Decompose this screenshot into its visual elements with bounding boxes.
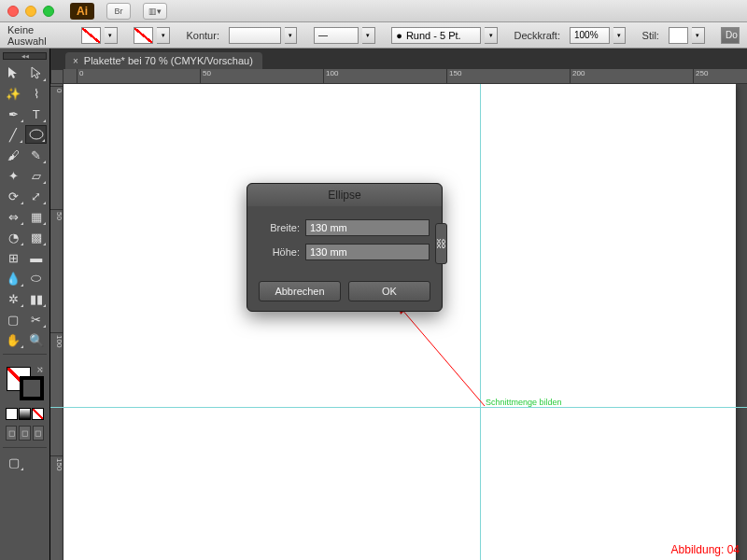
ruler-tick: 100: [323, 69, 360, 84]
screen-mode-button[interactable]: ▢: [3, 453, 24, 471]
opacity-dropdown[interactable]: ▾: [613, 27, 626, 44]
brush-label: Rund - 5 Pt.: [406, 30, 461, 41]
ruler-origin[interactable]: [50, 69, 63, 84]
fill-stroke-control[interactable]: ⤭: [5, 365, 46, 402]
blob-brush-tool[interactable]: ✦: [3, 166, 24, 185]
toolbar-collapse-button[interactable]: [3, 52, 47, 60]
figure-caption: Abbildung: 04: [671, 543, 740, 556]
ok-button[interactable]: OK: [348, 281, 430, 301]
hand-tool[interactable]: ✋: [3, 330, 24, 349]
column-graph-tool[interactable]: ▮▮: [26, 289, 48, 308]
eraser-tool[interactable]: ▱: [26, 166, 48, 185]
fill-dropdown[interactable]: ▾: [105, 27, 117, 44]
selection-tool[interactable]: [3, 63, 24, 82]
pencil-tool[interactable]: ✎: [26, 146, 48, 164]
stroke-weight-dropdown[interactable]: ▾: [285, 27, 297, 44]
width-input[interactable]: [305, 219, 430, 236]
opacity-field[interactable]: 100%: [570, 27, 610, 44]
ruler-tick: 50: [200, 69, 237, 84]
width-label: Breite:: [259, 222, 300, 233]
stroke-weight-field[interactable]: [229, 27, 281, 44]
draw-inside[interactable]: ◻: [33, 426, 44, 441]
constrain-proportions-button[interactable]: ⛓: [435, 223, 447, 264]
height-label: Höhe:: [259, 246, 300, 258]
line-segment-tool[interactable]: ╱: [3, 125, 23, 144]
ellipse-tool[interactable]: [25, 125, 47, 144]
selection-status: Keine Auswahl: [7, 24, 72, 47]
lasso-tool[interactable]: ⌇: [26, 84, 48, 103]
document-setup-button[interactable]: Do: [721, 27, 740, 44]
style-dropdown[interactable]: ▾: [692, 27, 704, 44]
scale-tool[interactable]: ⤢: [26, 187, 48, 205]
annotation-intersect-label: Schnittmenge bilden: [486, 398, 562, 407]
close-window-button[interactable]: [7, 6, 19, 17]
color-chip-solid[interactable]: [6, 408, 18, 420]
artboard-tool[interactable]: ▢: [3, 310, 24, 329]
guide-horizontal[interactable]: [50, 407, 747, 408]
stroke-profile[interactable]: —: [314, 27, 359, 44]
ruler-tick: 250: [693, 69, 730, 84]
guide-vertical[interactable]: [480, 84, 481, 560]
workspace[interactable]: 0 50 100 150 Schnittmenge bilden Abbildu…: [50, 84, 747, 560]
ruler-tick: 150: [446, 69, 484, 84]
brush-definition[interactable]: ●Rund - 5 Pt.: [391, 27, 481, 44]
gradient-tool[interactable]: ▬: [26, 248, 48, 267]
fill-swatch[interactable]: [81, 27, 101, 44]
rotate-tool[interactable]: ⟳: [3, 187, 24, 205]
shape-builder-tool[interactable]: ◔: [3, 228, 24, 246]
paintbrush-tool[interactable]: 🖌: [3, 146, 24, 164]
arrange-documents-button[interactable]: ▥▾: [143, 3, 167, 20]
width-tool[interactable]: ⇔: [3, 207, 24, 226]
color-chip-none[interactable]: [32, 408, 44, 420]
zoom-tool[interactable]: 🔍: [26, 330, 48, 349]
draw-behind[interactable]: ◻: [19, 426, 30, 441]
stroke-swatch[interactable]: [134, 27, 153, 44]
brush-dropdown[interactable]: ▾: [485, 27, 497, 44]
dialog-title: Ellipse: [247, 184, 442, 206]
stroke-profile-dropdown[interactable]: ▾: [362, 27, 374, 44]
style-swatch[interactable]: [669, 27, 688, 44]
tools-panel: ✨ ⌇ ✒ T ╱ 🖌 ✎ ✦ ▱ ⟳ ⤢ ⇔ ▦ ◔ ▩: [0, 49, 50, 560]
free-transform-tool[interactable]: ▦: [26, 207, 48, 226]
draw-mode-row: ◻ ◻ ◻: [3, 424, 47, 442]
cancel-button[interactable]: Abbrechen: [259, 281, 341, 301]
control-bar: Keine Auswahl ▾ ▾ Kontur: ▾ — ▾ ●Rund - …: [0, 22, 747, 49]
magic-wand-tool[interactable]: ✨: [3, 84, 24, 103]
ruler-tick: 50: [50, 209, 63, 246]
mesh-tool[interactable]: ⊞: [3, 248, 24, 267]
minimize-window-button[interactable]: [25, 6, 36, 17]
ruler-row: 0 50 100 150 200 250: [50, 69, 747, 84]
close-tab-icon[interactable]: ×: [73, 56, 78, 66]
ruler-tick: 100: [50, 332, 63, 370]
slice-tool[interactable]: ✂: [26, 310, 48, 329]
swap-fill-stroke-icon[interactable]: ⤭: [36, 365, 44, 374]
horizontal-ruler[interactable]: 0 50 100 150 200 250: [63, 69, 747, 84]
stroke-dropdown[interactable]: ▾: [157, 27, 169, 44]
style-label: Stil:: [642, 30, 659, 41]
type-tool[interactable]: T: [26, 105, 48, 123]
perspective-grid-tool[interactable]: ▩: [26, 228, 48, 246]
document-tab[interactable]: × Plakette* bei 70 % (CMYK/Vorschau): [65, 52, 262, 69]
stroke-color[interactable]: [20, 376, 44, 400]
draw-normal[interactable]: ◻: [6, 426, 17, 441]
height-input[interactable]: [305, 244, 430, 260]
app-logo: Ai: [70, 3, 94, 20]
document-tab-title: Plakette* bei 70 % (CMYK/Vorschau): [84, 55, 253, 66]
blend-tool[interactable]: ⬭: [26, 269, 48, 287]
document-tab-bar: × Plakette* bei 70 % (CMYK/Vorschau): [50, 49, 747, 69]
direct-selection-tool[interactable]: [26, 63, 48, 82]
symbol-sprayer-tool[interactable]: ✲: [3, 289, 24, 308]
stroke-label: Kontur:: [186, 30, 218, 41]
ruler-tick: 0: [77, 69, 114, 84]
eyedropper-tool[interactable]: 💧: [3, 269, 24, 287]
vertical-ruler[interactable]: 0 50 100 150: [50, 84, 63, 560]
bridge-button[interactable]: Br: [106, 3, 131, 20]
pen-tool[interactable]: ✒: [3, 105, 24, 123]
svg-point-0: [30, 130, 43, 139]
zoom-window-button[interactable]: [43, 6, 54, 17]
color-chip-gradient[interactable]: [19, 408, 31, 420]
ruler-tick: 150: [50, 455, 63, 493]
artboard[interactable]: [63, 84, 736, 560]
opacity-label: Deckkraft:: [514, 30, 560, 41]
ellipse-dialog: Ellipse Breite: Höhe: ⛓ Abbrechen OK: [247, 183, 443, 312]
